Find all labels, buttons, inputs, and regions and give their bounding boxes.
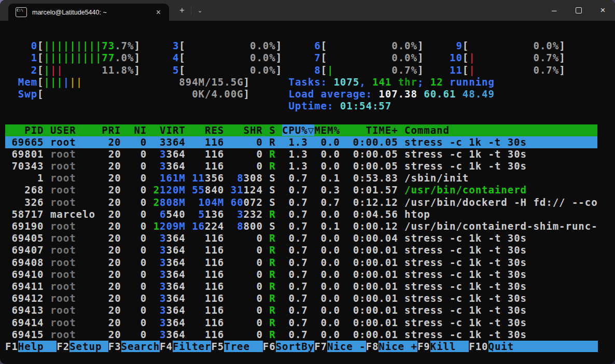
process-row-1[interactable]: 1 root 20 0 161M 11356 8308 S 0.7 0.1 0:… [5, 172, 597, 184]
terminal-text-segment: F5 [211, 341, 224, 352]
terminal-text-segment: 20 0 [102, 184, 153, 195]
process-row-69412[interactable]: 69412 root 20 0 3364 116 0 R 0.7 0.0 0:0… [5, 292, 597, 304]
terminal-text-segment: 10 [430, 52, 463, 63]
terminal-text-segment: 0.0% [327, 52, 417, 63]
terminal-text-segment: 364 [166, 304, 192, 316]
terminal-text-segment: 808M [160, 197, 186, 208]
terminal-screen: 0[|||||||||73.7%] 3[ 0.0%] 6[ 0.0%] 9[ 0… [0, 21, 615, 353]
process-row-69190[interactable]: 69190 root 20 0 1209M 16224 8800 S 0.7 0… [5, 220, 597, 232]
terminal-text-segment: 116 0 [192, 244, 269, 256]
terminal-text-segment: 7 [289, 52, 321, 63]
terminal-text-segment: F3 [108, 341, 121, 352]
terminal-text-segment [82, 76, 179, 88]
process-row-69414[interactable]: 69414 root 20 0 3364 116 0 R 0.7 0.0 0:0… [5, 317, 597, 329]
terminal-text-segment: 116 0 [192, 304, 269, 316]
terminal-text-segment: 69410 [5, 269, 50, 280]
terminal-text-segment: /usr/bin/containerd-shim-runc- [404, 220, 598, 232]
terminal-text-segment: Tasks: [289, 76, 334, 88]
terminal-text-segment [282, 40, 288, 51]
terminal-text-segment: 224 [205, 220, 237, 232]
terminal-text-segment: 69415 [5, 329, 50, 340]
process-row-69410[interactable]: 69410 root 20 0 3364 116 0 R 0.7 0.0 0:0… [5, 269, 597, 281]
function-key-bar[interactable]: F1Help F2Setup F3SearchF4FilterF5Tree F6… [5, 341, 597, 353]
terminal-text-segment: [ [37, 52, 44, 63]
terminal-text-segment: ] [417, 52, 424, 63]
terminal-text-segment: | [327, 64, 333, 76]
terminal-text-segment: ] [276, 52, 282, 63]
terminal-text-segment: 3 [237, 208, 243, 220]
terminal-text-segment: root [50, 292, 102, 304]
terminal-text-segment: Filter [173, 341, 212, 352]
process-row-69415[interactable]: 69415 root 20 0 3364 116 0 R 0.7 0.0 0:0… [5, 329, 597, 341]
minimize-button[interactable]: ─ [542, 0, 566, 21]
terminal-text-segment: 0K/4.00G [192, 88, 243, 100]
terminal-text-segment: R [269, 269, 275, 280]
process-row-69411[interactable]: 69411 root 20 0 3364 116 0 R 0.7 0.0 0:0… [5, 281, 597, 292]
terminal-text-segment [366, 76, 372, 88]
terminal-text-segment: || [69, 76, 82, 88]
terminal-text-segment: 69413 [5, 304, 50, 316]
terminal-text-segment: 0.7% [333, 64, 417, 76]
terminal-text-segment: 364 [166, 148, 192, 160]
terminal-text-segment: 20 0 [102, 208, 160, 220]
terminal-text-segment: 116 0 [192, 257, 269, 268]
terminal-text-segment: root [50, 172, 102, 184]
terminal-text-segment: 161M [160, 172, 186, 184]
tab-dropdown-chevron-icon[interactable]: ⌄ [191, 6, 208, 15]
terminal-text-segment: 48.49 [463, 88, 495, 100]
terminal-text-segment: [ [37, 64, 44, 76]
process-row-69408[interactable]: 69408 root 20 0 3364 116 0 R 0.7 0.0 0:0… [5, 257, 597, 269]
terminal-text-segment: 11 [430, 64, 463, 76]
terminal-text-segment [424, 64, 430, 76]
terminal-text-segment: 20 0 [102, 257, 160, 268]
terminal-text-segment: 1075 [333, 76, 359, 88]
process-table-header[interactable]: PID USER PRI NI VIRT RES SHR S CPU%▽MEM%… [5, 124, 597, 136]
terminal-text-segment: 8 [289, 64, 321, 76]
terminal-text-segment: 31 [231, 184, 244, 195]
process-row-69801[interactable]: 69801 root 20 0 3364 116 0 R 1.3 0.0 0:0… [5, 148, 597, 160]
terminal-text-segment: F2 [57, 341, 69, 352]
terminal-text-segment: 70343 [5, 160, 50, 172]
new-tab-button[interactable]: + [173, 4, 191, 17]
terminal-text-segment: 20 0 [102, 148, 160, 160]
close-button[interactable]: × [591, 0, 615, 21]
terminal-text-segment: ] [417, 64, 424, 76]
terminal-text-segment: Uptime: [288, 100, 340, 111]
process-row-70343[interactable]: 70343 root 20 0 3364 116 0 R 1.3 0.0 0:0… [5, 160, 597, 172]
terminal-text-segment: F1 [5, 341, 18, 352]
process-row-268[interactable]: 268 root 20 0 2120M 55840 31124 S 0.7 0.… [5, 184, 597, 196]
tab-close-icon[interactable]: × [153, 7, 164, 18]
terminal-text-segment: R [269, 317, 275, 328]
terminal-text-segment: stress -c 1k -t 30s [404, 160, 527, 172]
terminal-text-segment: 326 [5, 197, 50, 208]
terminal-text-segment: ] [559, 52, 565, 63]
process-row-69665-selected[interactable]: 69665 root 20 0 3364 116 0 R 1.3 0.0 0:0… [5, 136, 597, 148]
terminal-text-segment: root [50, 197, 102, 208]
terminal-text-segment: 364 [166, 232, 192, 244]
terminal-text-segment: 1.3 0.0 0:00.05 [276, 148, 404, 160]
terminal-text-segment: 3 [160, 232, 166, 244]
terminal-text-segment: stress -c 1k -t 30s [404, 304, 527, 316]
process-row-69405[interactable]: 69405 root 20 0 3364 116 0 R 0.7 0.0 0:0… [5, 232, 597, 244]
process-row-69407[interactable]: 69407 root 20 0 3364 116 0 R 0.7 0.0 0:0… [5, 244, 597, 256]
terminal-text-segment: 0.7 0.0 0:00.01 [276, 244, 404, 256]
process-row-58717[interactable]: 58717 marcelo 20 0 6540 5136 3232 R 0.7 … [5, 208, 597, 220]
terminal-text-segment: /sbin/init [404, 172, 469, 184]
terminal-text-segment: Mem [5, 76, 37, 88]
terminal-text-segment: 540 [166, 208, 199, 220]
uptime-row: Uptime: 01:54:57 [5, 100, 597, 112]
terminal-text-segment: 69405 [5, 232, 50, 244]
maximize-button[interactable] [566, 0, 591, 21]
process-row-326[interactable]: 326 root 20 0 2808M 104M 60072 S 0.7 0.7… [5, 197, 597, 208]
terminal-text-segment: 0.7 0.0 0:00.01 [276, 257, 404, 268]
process-row-69413[interactable]: 69413 root 20 0 3364 116 0 R 0.7 0.0 0:0… [5, 304, 597, 316]
terminal-tab[interactable]: C:\ marcelo@Latitude5440: ~ × [8, 4, 169, 21]
terminal-text-segment: 20 0 [102, 232, 160, 244]
terminal-text-segment: 116 0 [192, 269, 269, 280]
terminal-text-segment: 11 [192, 172, 205, 184]
terminal-text-segment: root [50, 257, 102, 268]
terminal-text-segment [141, 52, 147, 63]
terminal-text-segment: R [269, 304, 275, 316]
terminal-text-segment: thr [398, 76, 417, 88]
terminal-text-segment: 12 [430, 76, 443, 88]
